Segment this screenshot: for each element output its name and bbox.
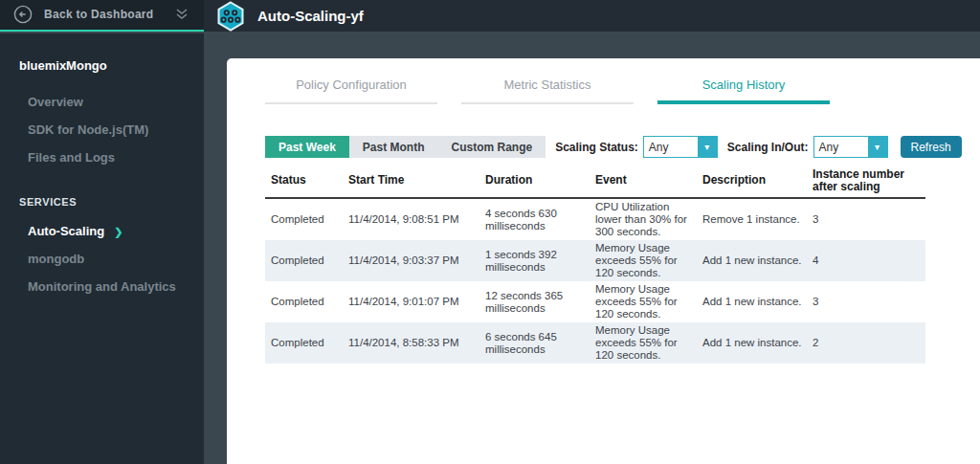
sidebar-item-mongodb[interactable]: mongodb: [19, 245, 204, 273]
cell-event: Memory Usage exceeds 55% for 120 seconds…: [595, 283, 702, 320]
sidebar-item-monitoring-analytics[interactable]: Monitoring and Analytics: [19, 273, 204, 300]
cell-event: Memory Usage exceeds 55% for 120 seconds…: [595, 324, 702, 362]
refresh-button[interactable]: Refresh: [901, 136, 962, 158]
cell-instances: 3: [813, 296, 925, 308]
cell-start-time: 11/4/2014, 9:03:37 PM: [348, 254, 485, 267]
cell-description: Add 1 new instance.: [702, 254, 813, 267]
cell-status: Completed: [265, 296, 348, 308]
scaling-status-select[interactable]: Any ▾: [643, 136, 718, 158]
cell-description: Remove 1 instance.: [702, 213, 813, 226]
cell-instances: 2: [813, 337, 925, 349]
cell-description: Add 1 new instance.: [702, 296, 813, 308]
cell-duration: 6 seconds 645 milliseconds: [485, 331, 595, 356]
col-header-event: Event: [595, 174, 702, 187]
cell-start-time: 11/4/2014, 9:01:07 PM: [348, 296, 485, 308]
back-arrow-icon[interactable]: [13, 5, 33, 24]
tab-scaling-history[interactable]: Scaling History: [657, 77, 830, 104]
chevron-down-icon[interactable]: ▾: [698, 137, 717, 157]
cell-duration: 4 seconds 630 milliseconds: [485, 208, 595, 232]
cell-event: Memory Usage exceeds 55% for 120 seconds…: [595, 242, 702, 279]
content-background: Policy Configuration Metric Statistics S…: [204, 33, 980, 464]
col-header-start-time: Start Time: [348, 174, 485, 187]
cell-status: Completed: [265, 213, 348, 226]
cell-status: Completed: [265, 254, 348, 267]
sidebar-app-name: bluemixMongo: [19, 58, 204, 73]
main-card: Policy Configuration Metric Statistics S…: [227, 58, 980, 464]
past-month-button[interactable]: Past Month: [349, 136, 438, 158]
chevron-down-icon[interactable]: ▾: [868, 137, 887, 157]
cell-start-time: 11/4/2014, 9:08:51 PM: [348, 213, 485, 226]
collapse-double-chevron-icon[interactable]: [173, 7, 190, 22]
scaling-history-table: Status Start Time Duration Event Descrip…: [265, 166, 925, 364]
tab-bar: Policy Configuration Metric Statistics S…: [265, 77, 830, 104]
cell-description: Add 1 new instance.: [702, 337, 813, 349]
sidebar-section-services: SERVICES: [19, 196, 204, 208]
sidebar-item-files-and-logs[interactable]: Files and Logs: [19, 144, 204, 171]
col-header-duration: Duration: [485, 174, 595, 187]
cell-start-time: 11/4/2014, 8:58:33 PM: [348, 337, 485, 349]
cell-event: CPU Utilization lower than 30% for 300 s…: [595, 201, 702, 238]
filter-bar: Past Week Past Month Custom Range Scalin…: [265, 136, 962, 158]
past-week-button[interactable]: Past Week: [265, 136, 349, 158]
table-row: Completed 11/4/2014, 8:58:33 PM 6 second…: [265, 322, 925, 364]
tab-metric-statistics[interactable]: Metric Statistics: [461, 77, 634, 104]
sidebar: bluemixMongo Overview SDK for Node.js(TM…: [0, 33, 204, 464]
table-row: Completed 11/4/2014, 9:03:37 PM 1 second…: [265, 240, 925, 281]
scaling-inout-select[interactable]: Any ▾: [813, 136, 888, 158]
col-header-instances: Instance number after scaling: [813, 168, 925, 193]
table-row: Completed 11/4/2014, 9:08:51 PM 4 second…: [265, 199, 925, 240]
tab-policy-configuration[interactable]: Policy Configuration: [265, 77, 437, 104]
cell-instances: 4: [813, 254, 925, 267]
table-header-row: Status Start Time Duration Event Descrip…: [265, 166, 925, 199]
col-header-status: Status: [265, 174, 348, 187]
back-to-dashboard-label: Back to Dashboard: [44, 8, 173, 21]
cell-duration: 1 seconds 392 milliseconds: [485, 249, 595, 274]
table-row: Completed 11/4/2014, 9:01:07 PM 12 secon…: [265, 281, 925, 322]
cell-status: Completed: [265, 337, 348, 349]
cell-instances: 3: [813, 213, 925, 226]
app-header: Auto-Scaling-yf: [204, 0, 980, 32]
custom-range-button[interactable]: Custom Range: [437, 136, 546, 158]
scaling-inout-value: Any: [814, 137, 868, 157]
sidebar-item-auto-scaling[interactable]: Auto-Scaling❯: [19, 217, 204, 245]
scaling-status-value: Any: [644, 137, 698, 157]
app-window: Back to Dashboard Auto-S: [0, 0, 980, 464]
sidebar-item-overview[interactable]: Overview: [19, 88, 204, 116]
sidebar-item-sdk-nodejs[interactable]: SDK for Node.js(TM): [19, 116, 204, 144]
auto-scaling-app-icon: [215, 1, 246, 32]
scaling-status-label: Scaling Status:: [555, 141, 638, 154]
back-to-dashboard-button[interactable]: Back to Dashboard: [0, 0, 204, 32]
cell-duration: 12 seconds 365 milliseconds: [485, 290, 595, 315]
chevron-right-icon: ❯: [114, 226, 122, 237]
col-header-description: Description: [702, 174, 813, 187]
time-range-group: Past Week Past Month Custom Range: [265, 136, 546, 158]
page-title: Auto-Scaling-yf: [257, 8, 364, 24]
scaling-inout-label: Scaling In/Out:: [727, 141, 809, 154]
